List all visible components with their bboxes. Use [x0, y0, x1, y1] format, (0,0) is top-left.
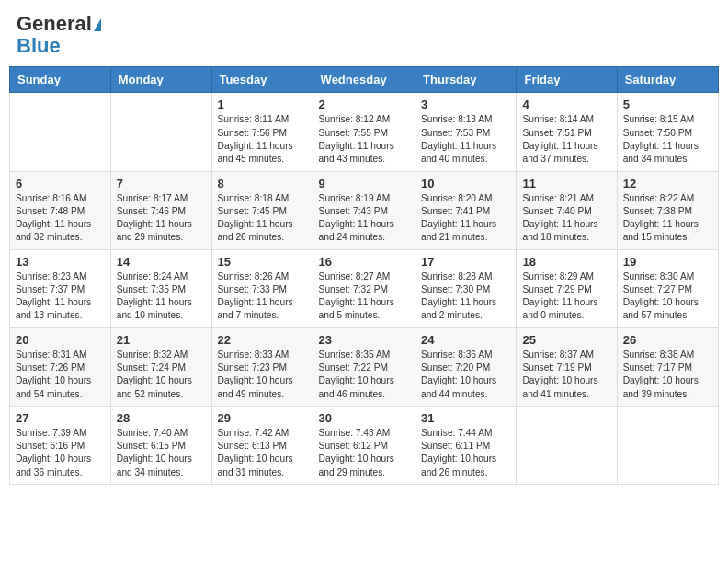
day-number: 11 — [522, 177, 610, 190]
day-number: 18 — [522, 255, 610, 269]
day-info: Sunrise: 8:15 AMSunset: 7:50 PMDaylight:… — [623, 113, 712, 166]
day-info: Sunrise: 8:28 AMSunset: 7:30 PMDaylight:… — [421, 270, 510, 323]
calendar-cell — [10, 93, 111, 171]
day-info: Sunrise: 8:14 AMSunset: 7:51 PMDaylight:… — [522, 113, 610, 166]
weekday-header: Tuesday — [211, 67, 313, 93]
day-number: 9 — [319, 177, 409, 190]
weekday-header: Saturday — [617, 67, 718, 93]
calendar-cell: 9 Sunrise: 8:19 AMSunset: 7:43 PMDayligh… — [313, 171, 415, 249]
day-number: 7 — [117, 177, 206, 190]
logo-triangle-icon — [94, 18, 101, 31]
day-number: 24 — [421, 333, 510, 347]
day-info: Sunrise: 8:16 AMSunset: 7:48 PMDaylight:… — [16, 192, 105, 245]
day-number: 13 — [16, 255, 105, 269]
calendar-cell: 5 Sunrise: 8:15 AMSunset: 7:50 PMDayligh… — [617, 93, 718, 171]
weekday-header: Wednesday — [313, 67, 415, 93]
day-info: Sunrise: 8:27 AMSunset: 7:32 PMDaylight:… — [319, 270, 409, 323]
calendar-cell: 18 Sunrise: 8:29 AMSunset: 7:29 PMDaylig… — [517, 249, 617, 327]
calendar-header-row: SundayMondayTuesdayWednesdayThursdayFrid… — [10, 67, 719, 93]
calendar-cell: 11 Sunrise: 8:21 AMSunset: 7:40 PMDaylig… — [517, 171, 617, 249]
calendar-week-row: 20 Sunrise: 8:31 AMSunset: 7:26 PMDaylig… — [10, 327, 719, 406]
day-number: 3 — [421, 98, 510, 111]
day-number: 20 — [16, 333, 105, 347]
calendar-table: SundayMondayTuesdayWednesdayThursdayFrid… — [9, 66, 719, 485]
weekday-header: Sunday — [10, 67, 111, 93]
calendar-week-row: 27 Sunrise: 7:39 AMSunset: 6:16 PMDaylig… — [10, 406, 719, 484]
day-number: 1 — [218, 98, 307, 111]
calendar-cell: 16 Sunrise: 8:27 AMSunset: 7:32 PMDaylig… — [313, 249, 415, 327]
weekday-header: Thursday — [415, 67, 517, 93]
day-number: 14 — [117, 255, 206, 269]
day-info: Sunrise: 7:40 AMSunset: 6:15 PMDaylight:… — [117, 427, 206, 479]
calendar-cell: 31 Sunrise: 7:44 AMSunset: 6:11 PMDaylig… — [415, 406, 517, 484]
day-info: Sunrise: 8:21 AMSunset: 7:40 PMDaylight:… — [522, 192, 610, 245]
day-number: 30 — [319, 411, 409, 425]
day-info: Sunrise: 8:33 AMSunset: 7:23 PMDaylight:… — [218, 349, 307, 401]
day-info: Sunrise: 8:23 AMSunset: 7:37 PMDaylight:… — [16, 270, 105, 323]
day-number: 23 — [319, 333, 409, 347]
calendar-cell: 3 Sunrise: 8:13 AMSunset: 7:53 PMDayligh… — [415, 93, 517, 171]
day-info: Sunrise: 8:37 AMSunset: 7:19 PMDaylight:… — [522, 349, 610, 401]
calendar-cell: 15 Sunrise: 8:26 AMSunset: 7:33 PMDaylig… — [211, 249, 313, 327]
day-number: 29 — [218, 411, 307, 425]
day-info: Sunrise: 8:11 AMSunset: 7:56 PMDaylight:… — [218, 113, 307, 166]
calendar-cell: 6 Sunrise: 8:16 AMSunset: 7:48 PMDayligh… — [10, 171, 111, 249]
day-number: 12 — [623, 177, 712, 190]
calendar-cell: 28 Sunrise: 7:40 AMSunset: 6:15 PMDaylig… — [110, 406, 211, 484]
day-info: Sunrise: 8:13 AMSunset: 7:53 PMDaylight:… — [421, 113, 510, 166]
day-number: 2 — [319, 98, 409, 111]
calendar-cell — [110, 93, 211, 171]
day-number: 5 — [623, 98, 712, 111]
day-number: 4 — [522, 98, 610, 111]
calendar-cell: 27 Sunrise: 7:39 AMSunset: 6:16 PMDaylig… — [10, 406, 111, 484]
day-number: 10 — [421, 177, 510, 190]
day-number: 31 — [421, 411, 510, 425]
calendar-cell: 10 Sunrise: 8:20 AMSunset: 7:41 PMDaylig… — [415, 171, 517, 249]
day-number: 21 — [117, 333, 206, 347]
calendar-cell: 12 Sunrise: 8:22 AMSunset: 7:38 PMDaylig… — [617, 171, 718, 249]
calendar-cell: 13 Sunrise: 8:23 AMSunset: 7:37 PMDaylig… — [10, 249, 111, 327]
calendar-cell: 2 Sunrise: 8:12 AMSunset: 7:55 PMDayligh… — [313, 93, 415, 171]
day-number: 27 — [16, 411, 105, 425]
day-info: Sunrise: 8:31 AMSunset: 7:26 PMDaylight:… — [16, 349, 105, 401]
calendar-cell: 14 Sunrise: 8:24 AMSunset: 7:35 PMDaylig… — [110, 249, 211, 327]
calendar-cell: 30 Sunrise: 7:43 AMSunset: 6:12 PMDaylig… — [313, 406, 415, 484]
day-number: 28 — [117, 411, 206, 425]
day-info: Sunrise: 7:39 AMSunset: 6:16 PMDaylight:… — [16, 427, 105, 479]
calendar-cell: 7 Sunrise: 8:17 AMSunset: 7:46 PMDayligh… — [110, 171, 211, 249]
day-info: Sunrise: 8:36 AMSunset: 7:20 PMDaylight:… — [421, 349, 510, 401]
calendar-week-row: 13 Sunrise: 8:23 AMSunset: 7:37 PMDaylig… — [10, 249, 719, 327]
day-number: 16 — [319, 255, 409, 269]
day-info: Sunrise: 7:42 AMSunset: 6:13 PMDaylight:… — [218, 427, 307, 479]
calendar-cell: 20 Sunrise: 8:31 AMSunset: 7:26 PMDaylig… — [10, 327, 111, 406]
day-number: 8 — [218, 177, 307, 190]
day-info: Sunrise: 8:20 AMSunset: 7:41 PMDaylight:… — [421, 192, 510, 245]
day-number: 15 — [218, 255, 307, 269]
day-info: Sunrise: 8:26 AMSunset: 7:33 PMDaylight:… — [218, 270, 307, 323]
calendar-week-row: 6 Sunrise: 8:16 AMSunset: 7:48 PMDayligh… — [10, 171, 719, 249]
calendar-cell: 1 Sunrise: 8:11 AMSunset: 7:56 PMDayligh… — [211, 93, 313, 171]
day-info: Sunrise: 8:35 AMSunset: 7:22 PMDaylight:… — [319, 349, 409, 401]
day-info: Sunrise: 8:17 AMSunset: 7:46 PMDaylight:… — [117, 192, 206, 245]
day-number: 19 — [623, 255, 712, 269]
day-number: 17 — [421, 255, 510, 269]
logo-general-text: General — [17, 13, 101, 35]
day-number: 22 — [218, 333, 307, 347]
day-info: Sunrise: 8:18 AMSunset: 7:45 PMDaylight:… — [218, 192, 307, 245]
day-info: Sunrise: 7:44 AMSunset: 6:11 PMDaylight:… — [421, 427, 510, 479]
calendar-cell: 25 Sunrise: 8:37 AMSunset: 7:19 PMDaylig… — [517, 327, 617, 406]
weekday-header: Monday — [110, 67, 211, 93]
weekday-header: Friday — [517, 67, 617, 93]
logo: General Blue — [17, 13, 101, 57]
calendar-cell — [517, 406, 617, 484]
calendar-cell: 21 Sunrise: 8:32 AMSunset: 7:24 PMDaylig… — [110, 327, 211, 406]
day-number: 25 — [522, 333, 610, 347]
day-number: 6 — [16, 177, 105, 190]
day-info: Sunrise: 8:30 AMSunset: 7:27 PMDaylight:… — [623, 270, 712, 323]
day-info: Sunrise: 8:19 AMSunset: 7:43 PMDaylight:… — [319, 192, 409, 245]
day-info: Sunrise: 8:29 AMSunset: 7:29 PMDaylight:… — [522, 270, 610, 323]
logo-blue-text: Blue — [17, 35, 61, 57]
day-info: Sunrise: 8:24 AMSunset: 7:35 PMDaylight:… — [117, 270, 206, 323]
calendar-week-row: 1 Sunrise: 8:11 AMSunset: 7:56 PMDayligh… — [10, 93, 719, 171]
calendar-cell: 26 Sunrise: 8:38 AMSunset: 7:17 PMDaylig… — [617, 327, 718, 406]
